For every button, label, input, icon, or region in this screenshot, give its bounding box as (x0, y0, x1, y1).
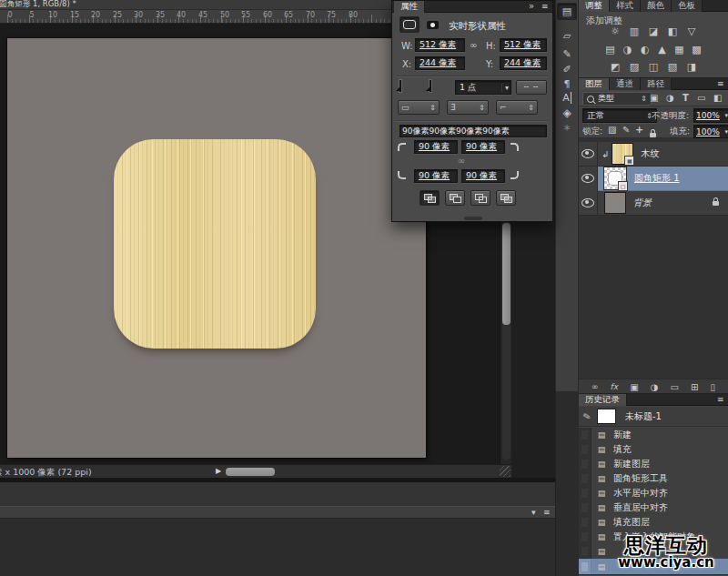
pathfinder-intersect-button[interactable] (470, 190, 490, 206)
opacity-value-box[interactable]: 100% ▾ (693, 108, 728, 123)
photo-filter-icon[interactable]: ▲ (656, 44, 669, 56)
timeline-menu-icon[interactable]: ≡ (543, 508, 551, 517)
history-step[interactable]: ▤ 圆角矩形工具 (579, 471, 728, 487)
pathfinder-combine-button[interactable] (420, 190, 440, 206)
tab-properties[interactable]: 属性 (394, 1, 425, 13)
tab-channels[interactable]: 通道 (610, 78, 641, 90)
radius-bottom-right-field[interactable]: 90 像素 (461, 169, 505, 183)
invert-icon[interactable]: ◩ (609, 61, 622, 73)
history-step-checkbox[interactable] (579, 428, 592, 442)
live-shape-mode-button[interactable] (399, 16, 420, 33)
properties-panel-icon[interactable]: ▤ (557, 3, 577, 20)
history-step[interactable]: ▤ 新建 (579, 428, 728, 443)
layer-name[interactable]: 背景 (633, 197, 652, 209)
visibility-cell[interactable] (579, 191, 598, 216)
3d-panel-icon[interactable]: ◈ (557, 106, 577, 120)
x-field[interactable]: 244 像素 (415, 56, 465, 70)
history-step-checkbox[interactable] (579, 560, 592, 574)
status-menu-arrow-icon[interactable]: ▶ (216, 467, 221, 475)
history-step[interactable]: ▤ 填充图层 (579, 515, 728, 531)
paragraph-panel-icon[interactable]: ¶ (557, 77, 577, 90)
fill-value-box[interactable]: 100% ▾ (693, 125, 728, 138)
info-panel-icon[interactable]: ▱ (557, 28, 577, 44)
resize-grip-icon[interactable] (500, 466, 511, 477)
history-step-checkbox[interactable] (579, 530, 592, 544)
blend-mode-dropdown[interactable]: 正常 ⇕ (582, 108, 657, 123)
layer-style-fx-icon[interactable]: fx (611, 382, 619, 391)
link-layers-icon[interactable]: ∞ (592, 382, 599, 391)
brush-panel-icon[interactable]: ✐ (557, 62, 577, 76)
visibility-cell[interactable] (579, 142, 598, 167)
new-layer-icon[interactable]: ⊞ (691, 382, 698, 392)
snapshot-name[interactable]: 未标题-1 (625, 410, 662, 423)
visibility-cell[interactable] (579, 167, 598, 191)
filter-type-icon[interactable]: T (682, 93, 689, 103)
y-field[interactable]: 244 像素 (500, 56, 547, 70)
levels-icon[interactable]: ▥ (628, 25, 642, 37)
history-step-checkbox[interactable] (579, 457, 592, 471)
tab-layers[interactable]: 图层 (579, 78, 610, 90)
delete-layer-icon[interactable]: ▯ (710, 382, 715, 392)
stroke-width-dropdown[interactable]: 1 点 ▾ (455, 80, 511, 95)
horizontal-scrollbar-thumb[interactable] (226, 468, 275, 476)
posterize-icon[interactable]: ▨ (628, 61, 642, 73)
collapse-panel-icon[interactable]: » (529, 1, 534, 11)
vibrance-icon[interactable]: ▽ (685, 25, 699, 37)
properties-menu-icon[interactable]: ≡ (541, 2, 549, 11)
history-panel-menu-icon[interactable]: ≡ (717, 395, 724, 404)
history-step-checkbox[interactable] (579, 442, 592, 457)
filter-smart-object-icon[interactable]: ◧ (713, 93, 722, 103)
exposure-icon[interactable]: ◧ (666, 25, 680, 37)
hue-saturation-icon[interactable]: ▤ (604, 44, 617, 56)
brush-presets-panel-icon[interactable]: ✎ (557, 46, 577, 61)
color-balance-icon[interactable]: ◑ (622, 44, 634, 56)
lock-transparency-icon[interactable]: ▨ (608, 125, 616, 135)
history-step-checkbox[interactable] (579, 471, 592, 486)
width-field[interactable]: 512 像素 (415, 38, 465, 52)
history-step[interactable]: ▤ 新建图层 (579, 457, 728, 472)
stroke-color-swatch[interactable] (430, 80, 431, 92)
layer-name[interactable]: 圆角矩形 1 (634, 172, 680, 185)
new-group-icon[interactable]: ▭ (670, 382, 678, 392)
radius-bottom-left-field[interactable]: 90 像素 (414, 169, 458, 183)
filter-image-icon[interactable]: ▣ (650, 93, 658, 103)
history-step[interactable]: ▤ 填充 (579, 442, 728, 458)
layer-row-background[interactable]: 背景 (579, 191, 728, 216)
add-layer-mask-icon[interactable]: ▣ (630, 382, 638, 392)
history-step[interactable]: ▤ 水平居中对齐 (579, 486, 728, 501)
radius-summary-field[interactable]: 90像素90像素90像素90像素 (399, 125, 547, 137)
history-step-checkbox[interactable] (579, 515, 592, 530)
mask-mode-button[interactable] (422, 16, 442, 33)
history-step[interactable]: ▤ 垂直居中对齐 (579, 500, 728, 516)
extensions-panel-icon[interactable]: * (557, 122, 577, 136)
layer-thumbnail[interactable]: ▢ (603, 167, 627, 190)
selective-color-icon[interactable]: ◨ (685, 61, 699, 73)
color-lookup-icon[interactable]: ▩ (691, 44, 703, 56)
layer-thumbnail[interactable]: ▦ (612, 143, 633, 165)
tab-swatches[interactable]: 色板 (672, 0, 703, 12)
character-panel-icon[interactable]: A (557, 91, 577, 104)
threshold-icon[interactable]: ◫ (647, 61, 661, 73)
tab-color[interactable]: 颜色 (641, 0, 672, 12)
height-field[interactable]: 512 像素 (500, 38, 547, 52)
lock-all-icon[interactable] (650, 133, 656, 137)
tab-styles[interactable]: 样式 (610, 0, 641, 12)
layer-name[interactable]: 木纹 (641, 147, 659, 160)
channel-mixer-icon[interactable]: ▦ (673, 44, 686, 56)
history-snapshot-row[interactable]: ✎ 未标题-1 (579, 407, 728, 427)
brightness-contrast-icon[interactable]: ☼ (609, 25, 622, 37)
pathfinder-subtract-button[interactable] (445, 190, 465, 206)
new-adjustment-layer-icon[interactable]: ◑ (651, 382, 659, 392)
history-step-checkbox[interactable] (579, 486, 592, 500)
vertical-scrollbar-thumb[interactable] (502, 223, 511, 325)
link-dimensions-icon[interactable]: ∞ (470, 40, 477, 50)
layers-panel-menu-icon[interactable]: ≡ (717, 79, 724, 88)
history-step-checkbox[interactable] (579, 544, 592, 559)
stroke-corner-dropdown[interactable]: ⌐ ⇕ (496, 100, 538, 115)
filter-shape-icon[interactable]: ▭ (697, 93, 705, 103)
curves-icon[interactable]: ◪ (647, 25, 661, 37)
history-brush-source-icon[interactable]: ✎ (578, 409, 596, 423)
radius-top-left-field[interactable]: 90 像素 (414, 140, 458, 154)
lock-pixels-icon[interactable]: ✎ (622, 125, 630, 135)
radius-top-right-field[interactable]: 90 像素 (461, 140, 505, 154)
